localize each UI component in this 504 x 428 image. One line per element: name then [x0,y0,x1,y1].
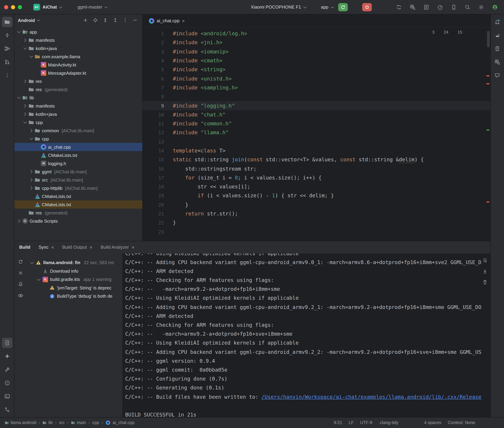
chevron-down-icon[interactable] [29,55,33,58]
kebab-icon[interactable] [470,244,476,250]
build-tree-item[interactable]: Download info [27,267,122,275]
close-window-button[interactable] [4,5,8,9]
line-number[interactable]: 10 [143,112,164,117]
code-line[interactable]: 6#include <unistd.h> [143,74,490,83]
project-tree-item[interactable]: res [14,77,142,85]
inspections-settings[interactable] [405,420,410,425]
chevron-right-icon[interactable] [17,219,21,223]
line-number[interactable]: 18 [143,184,164,189]
line-number[interactable]: 13 [143,139,164,144]
notifications-icon[interactable] [492,17,503,27]
line-number[interactable]: 8 [143,94,164,99]
previous-issue-icon[interactable] [465,30,470,35]
debug-button[interactable] [350,2,360,12]
version-control-icon[interactable] [2,404,12,415]
line-number[interactable]: 14 [143,148,164,153]
problems-icon[interactable] [2,378,12,388]
chevron-right-icon[interactable] [29,129,33,132]
code-line[interactable]: 18 str << values[i]; [143,182,490,191]
code-line[interactable]: 2#include <jni.h> [143,38,490,47]
code-editor[interactable]: 3 24 15 [143,27,490,241]
chevron-down-icon[interactable] [17,30,21,33]
assistant-icon[interactable] [492,70,503,81]
project-tree-item[interactable]: ggml[AiChat.lib.main] [14,167,142,176]
rerun-icon[interactable] [17,258,24,265]
code-line[interactable]: 10#include "chat.h" [143,110,490,119]
project-tree-item[interactable]: cpp [14,118,142,126]
layout-inspector-icon[interactable] [492,57,503,67]
editor-scrollbar-thumb[interactable] [487,31,490,47]
breadcrumb-item[interactable]: src [59,420,65,425]
chevron-down-icon[interactable] [23,121,27,124]
line-number[interactable]: 1 [143,31,164,36]
project-tree-item[interactable]: cpp-httplib[AiChat.lib.main] [14,184,142,192]
terminal-icon[interactable] [2,391,12,401]
build-icon[interactable] [2,364,12,375]
project-tree-item[interactable]: manifests [14,102,142,110]
close-tab-icon[interactable]: × [90,245,92,249]
project-icon[interactable] [2,17,12,27]
line-number[interactable]: 9 [143,103,164,108]
line-number[interactable]: 11 [143,121,164,126]
build-tab-build-analyzer[interactable]: Build Analyzer× [101,245,135,250]
sync-project-icon[interactable] [393,2,404,12]
line-number[interactable]: 19 [143,193,164,198]
settings-icon[interactable] [476,2,486,12]
code-line[interactable]: 4#include <cmath> [143,56,490,65]
line-number[interactable]: 6 [143,76,164,81]
device-explorer-icon[interactable] [492,43,503,54]
device-selector[interactable]: Xiaomi POCOPHONE F1 [240,3,308,11]
line-separator[interactable]: LF [349,420,354,425]
readonly-toggle[interactable] [482,420,487,425]
code-line[interactable]: 17 for (size_t i = 0; i < values.size();… [143,173,490,182]
chevron-right-icon[interactable] [23,104,27,107]
project-tree-item[interactable]: CMakeLists.txt [14,151,142,159]
code-line[interactable]: 8 [143,92,490,101]
error-stripe-mark[interactable] [486,75,489,76]
code-line[interactable]: 7#include <sampling.h> [143,83,490,92]
close-tab-icon[interactable]: × [51,245,54,249]
softwrap-icon[interactable] [481,256,488,264]
running-devices-icon[interactable] [2,337,12,348]
build-tree-item[interactable]: llama.android: fin22 sec, 583 ms [27,258,122,267]
kebab-icon[interactable] [481,18,486,24]
code-line[interactable]: 22} [143,218,490,227]
search-icon[interactable] [462,2,472,12]
build-tree-item[interactable]: 'jvmTarget: String' is deprec [27,284,122,292]
chevron-down-icon[interactable] [37,278,41,281]
chevron-right-icon[interactable] [29,178,33,181]
line-number[interactable]: 21 [143,211,164,216]
line-number[interactable]: 5 [143,67,164,73]
clear-icon[interactable] [481,278,488,286]
project-tree-item[interactable]: com.example.llama [14,52,142,61]
project-tree-item[interactable]: CMakeLists.txt [14,200,142,209]
project-tree-item[interactable]: kotlin+java [14,44,142,52]
line-number[interactable]: 16 [143,166,164,172]
line-number[interactable]: 23 [143,229,164,234]
code-line[interactable]: 19 if (i < values.size() - 1) { str << d… [143,191,490,200]
breadcrumb-item[interactable]: main [71,420,86,425]
breadcrumb-item[interactable]: ai_chat.cpp [105,420,135,425]
add-icon[interactable] [82,16,89,24]
line-number[interactable]: 4 [143,58,164,63]
code-line[interactable]: 21 return str.str(); [143,209,490,218]
chevron-down-icon[interactable] [23,47,27,50]
project-tree-item[interactable]: ai_chat.cpp [14,143,142,151]
minimize-window-button[interactable] [11,5,15,9]
error-stripe-mark[interactable] [486,83,489,84]
code-line[interactable]: 14template<class T> [143,146,490,155]
chevron-right-icon[interactable] [23,38,27,42]
code-line[interactable]: 3#include <iomanip> [143,47,490,56]
warnings-indicator[interactable]: 24 [438,30,448,35]
chevron-down-icon[interactable] [30,261,34,264]
code-line[interactable]: 16 std::ostringstream str; [143,164,490,173]
background-tasks[interactable] [494,420,499,425]
project-widget[interactable]: AC AiChat [31,2,64,12]
scrollend-icon[interactable] [481,267,488,275]
stop-button[interactable] [362,3,372,11]
kebab-icon[interactable] [121,16,129,24]
hide-icon[interactable] [131,16,139,24]
profiler-icon[interactable] [435,2,445,12]
code-line[interactable]: 9#include "logging.h" [143,101,490,110]
vcs-branch-widget[interactable]: ggml-master [67,3,110,11]
